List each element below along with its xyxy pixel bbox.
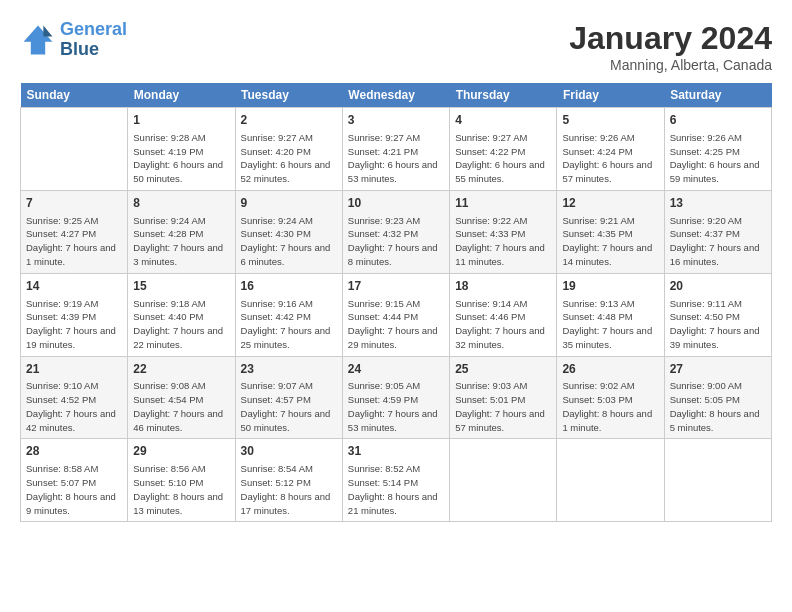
day-info: Sunrise: 9:23 AMSunset: 4:32 PMDaylight:…: [348, 214, 444, 269]
day-number: 29: [133, 443, 229, 460]
day-info: Sunrise: 9:25 AMSunset: 4:27 PMDaylight:…: [26, 214, 122, 269]
table-row: 8 Sunrise: 9:24 AMSunset: 4:28 PMDayligh…: [128, 190, 235, 273]
day-info: Sunrise: 9:05 AMSunset: 4:59 PMDaylight:…: [348, 379, 444, 434]
day-number: 12: [562, 195, 658, 212]
day-info: Sunrise: 9:11 AMSunset: 4:50 PMDaylight:…: [670, 297, 766, 352]
day-number: 25: [455, 361, 551, 378]
table-row: 23 Sunrise: 9:07 AMSunset: 4:57 PMDaylig…: [235, 356, 342, 439]
day-info: Sunrise: 9:27 AMSunset: 4:22 PMDaylight:…: [455, 131, 551, 186]
day-number: 22: [133, 361, 229, 378]
day-number: 11: [455, 195, 551, 212]
logo-text: General Blue: [60, 20, 127, 60]
day-info: Sunrise: 8:58 AMSunset: 5:07 PMDaylight:…: [26, 462, 122, 517]
day-info: Sunrise: 9:28 AMSunset: 4:19 PMDaylight:…: [133, 131, 229, 186]
table-row: 12 Sunrise: 9:21 AMSunset: 4:35 PMDaylig…: [557, 190, 664, 273]
svg-marker-1: [43, 25, 52, 36]
table-row: 22 Sunrise: 9:08 AMSunset: 4:54 PMDaylig…: [128, 356, 235, 439]
day-info: Sunrise: 8:52 AMSunset: 5:14 PMDaylight:…: [348, 462, 444, 517]
day-number: 15: [133, 278, 229, 295]
day-info: Sunrise: 9:08 AMSunset: 4:54 PMDaylight:…: [133, 379, 229, 434]
calendar-week-row: 1 Sunrise: 9:28 AMSunset: 4:19 PMDayligh…: [21, 108, 772, 191]
day-number: 7: [26, 195, 122, 212]
header: General Blue January 2024 Manning, Alber…: [20, 20, 772, 73]
day-info: Sunrise: 9:02 AMSunset: 5:03 PMDaylight:…: [562, 379, 658, 434]
table-row: 11 Sunrise: 9:22 AMSunset: 4:33 PMDaylig…: [450, 190, 557, 273]
table-row: 2 Sunrise: 9:27 AMSunset: 4:20 PMDayligh…: [235, 108, 342, 191]
calendar-week-row: 7 Sunrise: 9:25 AMSunset: 4:27 PMDayligh…: [21, 190, 772, 273]
day-number: 27: [670, 361, 766, 378]
day-number: 30: [241, 443, 337, 460]
logo-icon: [20, 22, 56, 58]
table-row: 19 Sunrise: 9:13 AMSunset: 4:48 PMDaylig…: [557, 273, 664, 356]
table-row: 18 Sunrise: 9:14 AMSunset: 4:46 PMDaylig…: [450, 273, 557, 356]
calendar-week-row: 21 Sunrise: 9:10 AMSunset: 4:52 PMDaylig…: [21, 356, 772, 439]
day-info: Sunrise: 9:26 AMSunset: 4:24 PMDaylight:…: [562, 131, 658, 186]
day-number: 28: [26, 443, 122, 460]
title-block: January 2024 Manning, Alberta, Canada: [569, 20, 772, 73]
day-number: 3: [348, 112, 444, 129]
calendar-header-row: Sunday Monday Tuesday Wednesday Thursday…: [21, 83, 772, 108]
table-row: [664, 439, 771, 522]
table-row: 13 Sunrise: 9:20 AMSunset: 4:37 PMDaylig…: [664, 190, 771, 273]
table-row: 20 Sunrise: 9:11 AMSunset: 4:50 PMDaylig…: [664, 273, 771, 356]
day-number: 17: [348, 278, 444, 295]
day-number: 26: [562, 361, 658, 378]
table-row: 9 Sunrise: 9:24 AMSunset: 4:30 PMDayligh…: [235, 190, 342, 273]
table-row: 10 Sunrise: 9:23 AMSunset: 4:32 PMDaylig…: [342, 190, 449, 273]
day-number: 10: [348, 195, 444, 212]
calendar-week-row: 14 Sunrise: 9:19 AMSunset: 4:39 PMDaylig…: [21, 273, 772, 356]
table-row: 3 Sunrise: 9:27 AMSunset: 4:21 PMDayligh…: [342, 108, 449, 191]
table-row: 15 Sunrise: 9:18 AMSunset: 4:40 PMDaylig…: [128, 273, 235, 356]
day-number: 23: [241, 361, 337, 378]
table-row: 31 Sunrise: 8:52 AMSunset: 5:14 PMDaylig…: [342, 439, 449, 522]
table-row: 14 Sunrise: 9:19 AMSunset: 4:39 PMDaylig…: [21, 273, 128, 356]
day-info: Sunrise: 9:07 AMSunset: 4:57 PMDaylight:…: [241, 379, 337, 434]
table-row: 1 Sunrise: 9:28 AMSunset: 4:19 PMDayligh…: [128, 108, 235, 191]
table-row: 17 Sunrise: 9:15 AMSunset: 4:44 PMDaylig…: [342, 273, 449, 356]
table-row: 29 Sunrise: 8:56 AMSunset: 5:10 PMDaylig…: [128, 439, 235, 522]
day-info: Sunrise: 8:56 AMSunset: 5:10 PMDaylight:…: [133, 462, 229, 517]
day-info: Sunrise: 9:18 AMSunset: 4:40 PMDaylight:…: [133, 297, 229, 352]
month-title: January 2024: [569, 20, 772, 57]
table-row: 21 Sunrise: 9:10 AMSunset: 4:52 PMDaylig…: [21, 356, 128, 439]
col-sunday: Sunday: [21, 83, 128, 108]
table-row: 16 Sunrise: 9:16 AMSunset: 4:42 PMDaylig…: [235, 273, 342, 356]
day-number: 19: [562, 278, 658, 295]
col-wednesday: Wednesday: [342, 83, 449, 108]
col-thursday: Thursday: [450, 83, 557, 108]
day-number: 1: [133, 112, 229, 129]
day-info: Sunrise: 8:54 AMSunset: 5:12 PMDaylight:…: [241, 462, 337, 517]
table-row: 26 Sunrise: 9:02 AMSunset: 5:03 PMDaylig…: [557, 356, 664, 439]
day-number: 14: [26, 278, 122, 295]
col-tuesday: Tuesday: [235, 83, 342, 108]
day-info: Sunrise: 9:19 AMSunset: 4:39 PMDaylight:…: [26, 297, 122, 352]
table-row: [557, 439, 664, 522]
day-info: Sunrise: 9:27 AMSunset: 4:20 PMDaylight:…: [241, 131, 337, 186]
table-row: 5 Sunrise: 9:26 AMSunset: 4:24 PMDayligh…: [557, 108, 664, 191]
table-row: 7 Sunrise: 9:25 AMSunset: 4:27 PMDayligh…: [21, 190, 128, 273]
day-number: 21: [26, 361, 122, 378]
day-number: 4: [455, 112, 551, 129]
table-row: [21, 108, 128, 191]
day-info: Sunrise: 9:21 AMSunset: 4:35 PMDaylight:…: [562, 214, 658, 269]
day-info: Sunrise: 9:20 AMSunset: 4:37 PMDaylight:…: [670, 214, 766, 269]
day-info: Sunrise: 9:10 AMSunset: 4:52 PMDaylight:…: [26, 379, 122, 434]
day-info: Sunrise: 9:00 AMSunset: 5:05 PMDaylight:…: [670, 379, 766, 434]
day-number: 9: [241, 195, 337, 212]
day-info: Sunrise: 9:14 AMSunset: 4:46 PMDaylight:…: [455, 297, 551, 352]
day-number: 8: [133, 195, 229, 212]
col-monday: Monday: [128, 83, 235, 108]
day-number: 16: [241, 278, 337, 295]
day-number: 13: [670, 195, 766, 212]
table-row: 25 Sunrise: 9:03 AMSunset: 5:01 PMDaylig…: [450, 356, 557, 439]
svg-marker-0: [24, 25, 53, 54]
logo: General Blue: [20, 20, 127, 60]
col-saturday: Saturday: [664, 83, 771, 108]
col-friday: Friday: [557, 83, 664, 108]
day-info: Sunrise: 9:24 AMSunset: 4:28 PMDaylight:…: [133, 214, 229, 269]
day-number: 31: [348, 443, 444, 460]
day-info: Sunrise: 9:16 AMSunset: 4:42 PMDaylight:…: [241, 297, 337, 352]
day-number: 6: [670, 112, 766, 129]
table-row: [450, 439, 557, 522]
day-info: Sunrise: 9:24 AMSunset: 4:30 PMDaylight:…: [241, 214, 337, 269]
